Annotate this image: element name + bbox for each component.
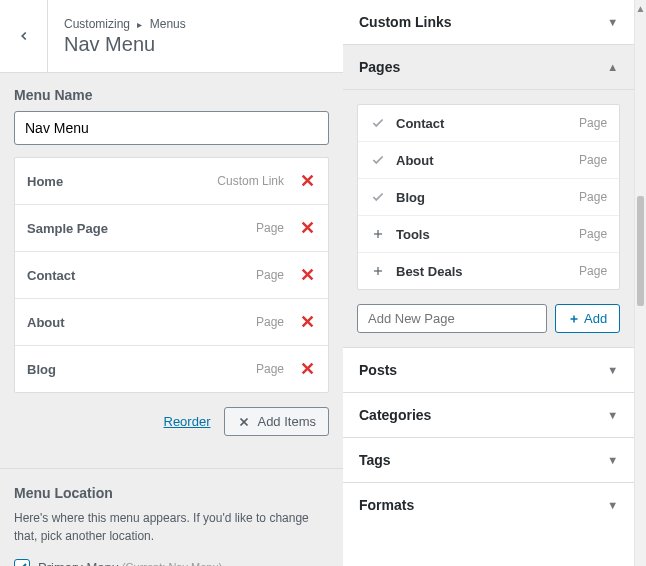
menu-item-type: Custom Link [217, 174, 284, 188]
page-type: Page [579, 227, 607, 241]
accordion-custom-links[interactable]: Custom Links ▼ [343, 0, 634, 44]
chevron-down-icon: ▼ [607, 409, 618, 421]
page-row[interactable]: Best Deals Page [358, 253, 619, 289]
menu-item-type: Page [256, 362, 284, 376]
remove-icon[interactable]: ✕ [298, 358, 316, 380]
left-panel: Customizing ▸ Menus Nav Menu Menu Name H… [0, 0, 343, 566]
chevron-left-icon [17, 29, 31, 43]
menu-item-type: Page [256, 268, 284, 282]
menu-name-label: Menu Name [14, 87, 329, 103]
remove-icon[interactable]: ✕ [298, 217, 316, 239]
page-name: About [396, 153, 579, 168]
menu-item[interactable]: Sample Page Page ✕ [15, 205, 328, 252]
plus-icon [568, 313, 580, 325]
menu-item-label: Contact [27, 268, 256, 283]
page-row[interactable]: Blog Page [358, 179, 619, 216]
accordion: Custom Links ▼ Pages ▲ Contact Page Abou… [343, 0, 634, 566]
menu-item-type: Page [256, 221, 284, 235]
remove-icon[interactable]: ✕ [298, 264, 316, 286]
accordion-posts[interactable]: Posts ▼ [343, 347, 634, 392]
remove-icon[interactable]: ✕ [298, 170, 316, 192]
plus-icon [370, 226, 386, 242]
breadcrumb: Customizing ▸ Menus [64, 17, 327, 31]
right-panel: Custom Links ▼ Pages ▲ Contact Page Abou… [343, 0, 646, 566]
menu-item-type: Page [256, 315, 284, 329]
checkbox-checked-icon[interactable] [14, 559, 30, 566]
accordion-pages[interactable]: Pages ▲ [343, 44, 634, 89]
add-button-label: Add [584, 311, 607, 326]
scrollbar[interactable]: ▲ [634, 0, 646, 566]
add-page-input[interactable] [357, 304, 547, 333]
reorder-link[interactable]: Reorder [164, 414, 211, 429]
breadcrumb-current: Menus [150, 17, 186, 31]
checkmark-icon [370, 115, 386, 131]
add-page-button[interactable]: Add [555, 304, 620, 333]
page-type: Page [579, 190, 607, 204]
add-page-row: Add [357, 304, 620, 333]
menu-location-description: Here's where this menu appears. If you'd… [14, 509, 329, 545]
back-button[interactable] [0, 0, 48, 72]
breadcrumb-separator-icon: ▸ [137, 19, 142, 30]
page-name: Tools [396, 227, 579, 242]
page-row[interactable]: About Page [358, 142, 619, 179]
primary-menu-checkbox-row[interactable]: Primary Menu (Current: Nav Menu) [14, 559, 329, 566]
accordion-label: Pages [359, 59, 400, 75]
checkmark-icon [370, 189, 386, 205]
current-menu-hint: (Current: Nav Menu) [122, 561, 222, 566]
menu-item[interactable]: Home Custom Link ✕ [15, 158, 328, 205]
header: Customizing ▸ Menus Nav Menu [0, 0, 343, 73]
chevron-down-icon: ▼ [607, 454, 618, 466]
menu-location-section: Menu Location Here's where this menu app… [0, 468, 343, 566]
menu-item-label: Blog [27, 362, 256, 377]
chevron-down-icon: ▼ [607, 364, 618, 376]
scroll-up-icon[interactable]: ▲ [635, 0, 646, 16]
menu-item[interactable]: About Page ✕ [15, 299, 328, 346]
menu-item-label: Home [27, 174, 217, 189]
page-name: Contact [396, 116, 579, 131]
remove-icon[interactable]: ✕ [298, 311, 316, 333]
page-name: Best Deals [396, 264, 579, 279]
page-row[interactable]: Contact Page [358, 105, 619, 142]
menu-name-input[interactable] [14, 111, 329, 145]
accordion-categories[interactable]: Categories ▼ [343, 392, 634, 437]
header-text: Customizing ▸ Menus Nav Menu [48, 3, 343, 70]
page-type: Page [579, 153, 607, 167]
page-title: Nav Menu [64, 33, 327, 56]
menu-item-label: About [27, 315, 256, 330]
scrollbar-thumb[interactable] [637, 196, 644, 306]
menu-item[interactable]: Blog Page ✕ [15, 346, 328, 392]
page-type: Page [579, 116, 607, 130]
accordion-label: Categories [359, 407, 431, 423]
pages-panel: Contact Page About Page Blog Page Tools … [343, 89, 634, 347]
accordion-label: Tags [359, 452, 391, 468]
breadcrumb-root: Customizing [64, 17, 130, 31]
menu-item-label: Sample Page [27, 221, 256, 236]
pages-list: Contact Page About Page Blog Page Tools … [357, 104, 620, 290]
page-type: Page [579, 264, 607, 278]
add-items-button[interactable]: Add Items [224, 407, 329, 436]
plus-icon [370, 263, 386, 279]
accordion-tags[interactable]: Tags ▼ [343, 437, 634, 482]
menu-items-list: Home Custom Link ✕ Sample Page Page ✕ Co… [14, 157, 329, 393]
page-name: Blog [396, 190, 579, 205]
page-row[interactable]: Tools Page [358, 216, 619, 253]
menu-item[interactable]: Contact Page ✕ [15, 252, 328, 299]
chevron-down-icon: ▼ [607, 499, 618, 511]
menu-name-section: Menu Name [0, 73, 343, 145]
accordion-label: Formats [359, 497, 414, 513]
accordion-label: Custom Links [359, 14, 452, 30]
menu-actions: Reorder Add Items [0, 393, 343, 450]
accordion-formats[interactable]: Formats ▼ [343, 482, 634, 527]
accordion-label: Posts [359, 362, 397, 378]
primary-menu-label: Primary Menu [38, 560, 119, 567]
close-icon [237, 415, 251, 429]
add-items-label: Add Items [257, 414, 316, 429]
chevron-down-icon: ▼ [607, 16, 618, 28]
chevron-up-icon: ▲ [607, 61, 618, 73]
menu-location-label: Menu Location [14, 485, 329, 501]
checkmark-icon [370, 152, 386, 168]
